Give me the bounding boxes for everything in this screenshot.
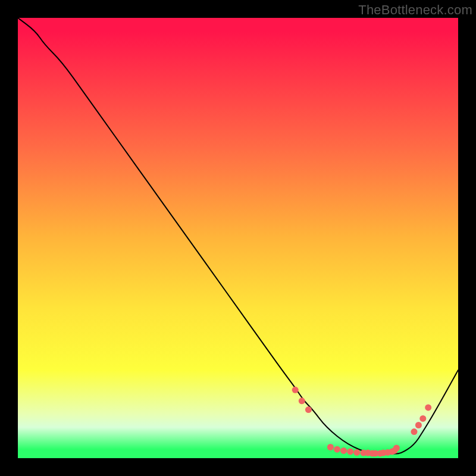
chart-marker xyxy=(299,397,305,404)
chart-marker xyxy=(393,445,400,452)
chart-svg xyxy=(18,18,458,458)
chart-marker xyxy=(425,404,431,411)
chart-markers xyxy=(292,387,432,457)
chart-marker xyxy=(353,449,360,456)
chart-marker xyxy=(327,444,334,450)
chart-marker xyxy=(415,422,422,428)
watermark-text: TheBottleneck.com xyxy=(358,2,472,18)
chart-marker xyxy=(347,448,353,455)
chart-marker xyxy=(340,447,347,454)
bottleneck-curve xyxy=(18,18,458,454)
chart-marker xyxy=(334,446,340,453)
chart-marker xyxy=(305,406,312,413)
chart-marker xyxy=(411,428,418,435)
chart-container: TheBottleneck.com xyxy=(0,0,476,476)
plot-area xyxy=(18,18,458,458)
chart-marker xyxy=(292,387,299,393)
chart-marker xyxy=(419,415,426,422)
